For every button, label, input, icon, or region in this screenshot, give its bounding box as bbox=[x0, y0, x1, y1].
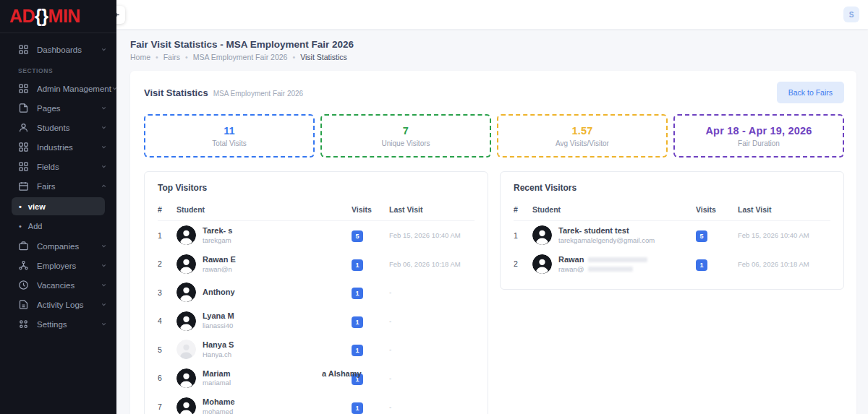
tables-row: Top Visitors # Student Visits Last Visit… bbox=[144, 171, 844, 414]
col-index: # bbox=[514, 205, 532, 214]
sidebar-item-students[interactable]: Students bbox=[0, 118, 116, 137]
last-visit: Feb 15, 2026 10:40 AM bbox=[738, 231, 830, 239]
sidebar-item-label: Vacancies bbox=[37, 281, 75, 290]
table-row: 2 Rawan E rawan@n 1 Feb bbox=[158, 250, 475, 279]
redacted-text bbox=[588, 267, 633, 272]
back-to-fairs-button[interactable]: Back to Fairs bbox=[777, 82, 844, 103]
stat-value: Apr 18 - Apr 19, 2026 bbox=[705, 125, 812, 137]
sidebar-item-label: Industries bbox=[37, 143, 73, 152]
chevron-down-icon bbox=[101, 105, 107, 111]
visits-badge: 1 bbox=[352, 316, 363, 328]
student-cell: Rawan rawan@ bbox=[532, 254, 696, 275]
visits-cell: 1 bbox=[352, 400, 389, 414]
clock-icon bbox=[18, 280, 29, 290]
sidebar-item-pages[interactable]: Pages bbox=[0, 98, 116, 118]
recent-visitors-title: Recent Visitors bbox=[514, 183, 830, 193]
sidebar-item-activity-logs[interactable]: Activity Logs bbox=[0, 295, 116, 314]
visits-cell: 5 bbox=[352, 228, 389, 242]
grid-icon bbox=[18, 83, 29, 94]
page-icon bbox=[18, 103, 29, 113]
sidebar-item-label: Fairs bbox=[37, 182, 56, 191]
sidebar-item-companies[interactable]: Companies bbox=[0, 236, 116, 256]
student-name-block: Mohame mohamed bbox=[203, 397, 235, 414]
student-email: mariamal bbox=[203, 379, 231, 388]
student-name-block: Rawan E rawan@n bbox=[203, 254, 236, 275]
visits-cell: 5 bbox=[696, 228, 738, 242]
table-row: 6 Mariam a Alshamy mariamal 1 bbox=[158, 364, 475, 393]
sidebar-item-label: Dashboards bbox=[37, 46, 82, 54]
table-row: 2 Rawan rawan@ 1 Feb 06, bbox=[514, 250, 830, 279]
student-name: Mohame bbox=[203, 397, 235, 407]
chevron-down-icon bbox=[101, 321, 107, 327]
visits-cell: 1 bbox=[352, 342, 389, 356]
student-cell: Hanya S Hanya.ch bbox=[176, 340, 352, 360]
sidebar-item-admin-management[interactable]: Admin Management bbox=[0, 79, 116, 98]
sidebar-item-vacancies[interactable]: Vacancies bbox=[0, 275, 116, 295]
student-email: tarekgamalelgendy@gmail.com bbox=[558, 236, 655, 246]
calendar-icon bbox=[18, 181, 29, 191]
student-name-extra: a Alshamy bbox=[322, 369, 362, 378]
avatar bbox=[176, 340, 196, 359]
student-email: lianassi40 bbox=[203, 322, 233, 331]
visits-badge: 1 bbox=[352, 402, 363, 414]
visits-cell: 1 bbox=[352, 314, 389, 328]
last-visit: Feb 06, 2026 10:18 AM bbox=[738, 260, 830, 268]
student-email: Hanya.ch bbox=[203, 350, 231, 360]
sidebar-item-label: Students bbox=[37, 124, 69, 132]
avatar bbox=[176, 397, 196, 414]
stat-value: 1.57 bbox=[571, 125, 592, 137]
logo-text-post: MIN bbox=[48, 6, 80, 27]
table-header: # Student Visits Last Visit bbox=[514, 205, 830, 221]
stat-label: Unique Visitors bbox=[381, 139, 430, 147]
avatar bbox=[532, 254, 552, 274]
col-visits: Visits bbox=[352, 205, 389, 214]
sidebar-item-employers[interactable]: Employers bbox=[0, 256, 116, 275]
sidebar-item-label: Fields bbox=[37, 163, 59, 171]
chevron-down-icon bbox=[101, 124, 107, 131]
sidebar-item-fields[interactable]: Fields bbox=[0, 157, 116, 176]
dots-grid-icon bbox=[18, 319, 29, 329]
student-name-block: Rawan rawan@ bbox=[558, 254, 647, 275]
sidebar: AD{}MIN Dashboards SECTIONS Admin Manage… bbox=[0, 0, 116, 414]
sidebar-subitem-add[interactable]: Add bbox=[12, 217, 105, 235]
student-cell: Rawan E rawan@n bbox=[176, 254, 352, 275]
student-name: Rawan E bbox=[203, 254, 236, 265]
student-name: Mariam bbox=[203, 368, 231, 379]
visits-badge: 1 bbox=[352, 345, 363, 356]
topbar: S bbox=[116, 0, 868, 29]
sidebar-item-dashboards[interactable]: Dashboards bbox=[0, 40, 116, 59]
table-row: 3 Anthony 1 - bbox=[158, 278, 475, 306]
chevron-down-icon bbox=[111, 85, 118, 92]
sidebar-item-settings[interactable]: Settings bbox=[0, 314, 116, 334]
visits-badge: 1 bbox=[352, 288, 363, 299]
student-name-block: Anthony bbox=[203, 287, 235, 298]
breadcrumb-fair-name[interactable]: MSA Employment Fair 2026 bbox=[185, 53, 287, 61]
file-text-icon bbox=[18, 299, 29, 310]
visits-cell: 1 bbox=[352, 285, 389, 299]
breadcrumb-current: Visit Statistics bbox=[292, 53, 346, 61]
student-cell: Lyana M lianassi40 bbox=[176, 311, 352, 331]
sidebar-item-industries[interactable]: Industries bbox=[0, 137, 116, 157]
avatar bbox=[176, 368, 196, 388]
stat-label: Total Visits bbox=[212, 139, 247, 147]
row-index: 4 bbox=[158, 316, 176, 325]
recent-visitors-card: Recent Visitors # Student Visits Last Vi… bbox=[500, 171, 844, 290]
student-cell: Mohame mohamed bbox=[176, 397, 352, 414]
sidebar-item-fairs[interactable]: Fairs bbox=[0, 176, 116, 196]
chevron-down-icon bbox=[101, 144, 107, 150]
avatar bbox=[176, 254, 196, 274]
page-title: Fair Visit Statistics - MSA Employment F… bbox=[130, 39, 856, 50]
network-icon bbox=[18, 260, 29, 271]
user-avatar[interactable]: S bbox=[843, 7, 859, 22]
breadcrumb-home[interactable]: Home bbox=[130, 53, 150, 61]
app-logo: AD{}MIN bbox=[0, 0, 116, 33]
sidebar-subitem-view[interactable]: view bbox=[12, 197, 105, 215]
row-index: 6 bbox=[158, 374, 176, 382]
breadcrumb-fairs[interactable]: Fairs bbox=[156, 53, 180, 61]
visits-badge: 1 bbox=[696, 259, 707, 271]
stat-card-unique-visitors: 7 Unique Visitors bbox=[320, 114, 491, 158]
student-name-block: Tarek- student test tarekgamalelgendy@gm… bbox=[558, 225, 655, 246]
table-row: 1 Tarek- s tarekgam 5 Fe bbox=[158, 221, 475, 250]
student-cell: Mariam a Alshamy mariamal bbox=[176, 368, 352, 389]
table-row: 5 Hanya S Hanya.ch 1 - bbox=[158, 335, 475, 364]
